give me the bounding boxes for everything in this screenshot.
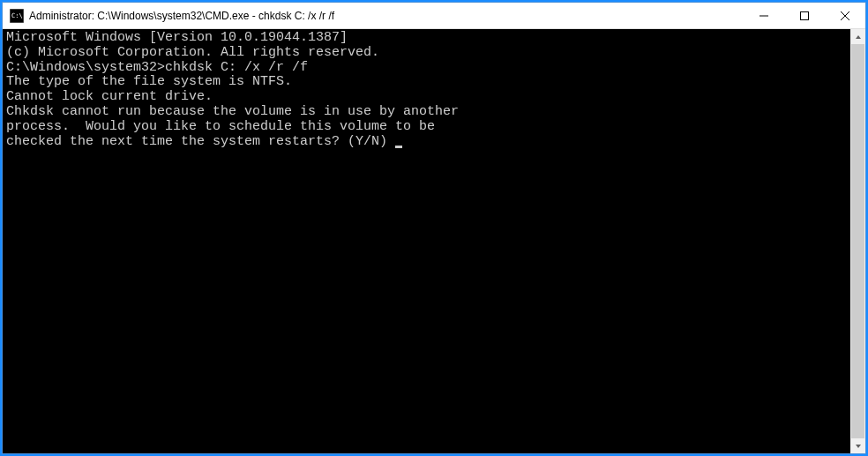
vertical-scrollbar[interactable]	[850, 29, 865, 453]
svg-rect-3	[801, 11, 809, 19]
window-controls	[744, 3, 865, 28]
maximize-button[interactable]	[784, 3, 825, 28]
scroll-down-button[interactable]	[850, 438, 865, 453]
terminal-line: process. Would you like to schedule this…	[6, 120, 847, 135]
scrollbar-track[interactable]	[850, 44, 865, 438]
svg-text:C:\: C:\	[11, 12, 23, 19]
terminal-line: The type of the file system is NTFS.	[6, 75, 847, 90]
terminal-line: Cannot lock current drive.	[6, 90, 847, 105]
minimize-button[interactable]	[744, 3, 784, 28]
titlebar[interactable]: C:\ Administrator: C:\Windows\system32\C…	[3, 3, 865, 29]
cursor	[395, 146, 402, 148]
terminal-line: checked the next time the system restart…	[6, 135, 847, 150]
terminal-container: Microsoft Windows [Version 10.0.19044.13…	[3, 29, 865, 453]
scroll-up-button[interactable]	[850, 29, 865, 44]
cmd-icon: C:\	[10, 9, 24, 23]
svg-marker-6	[856, 35, 861, 39]
svg-marker-7	[856, 445, 861, 448]
window-title: Administrator: C:\Windows\system32\CMD.e…	[29, 10, 744, 22]
cmd-window: C:\ Administrator: C:\Windows\system32\C…	[2, 2, 866, 454]
terminal-line: C:\Windows\system32>chkdsk C: /x /r /f	[6, 61, 847, 76]
close-button[interactable]	[825, 3, 865, 28]
terminal-line: (c) Microsoft Corporation. All rights re…	[6, 46, 847, 61]
terminal-line: Microsoft Windows [Version 10.0.19044.13…	[6, 31, 847, 46]
terminal-line: Chkdsk cannot run because the volume is …	[6, 105, 847, 120]
terminal-output[interactable]: Microsoft Windows [Version 10.0.19044.13…	[3, 29, 850, 453]
scrollbar-thumb[interactable]	[851, 44, 864, 438]
